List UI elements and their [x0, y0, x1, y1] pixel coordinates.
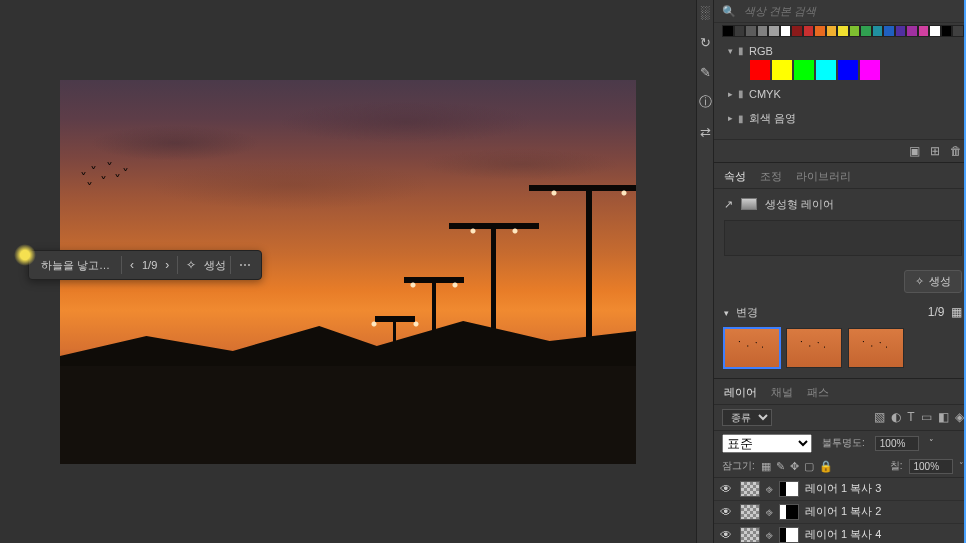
layer-filter-kind[interactable]: 종류 — [722, 409, 772, 426]
opacity-input[interactable] — [875, 436, 919, 451]
swatch-chip[interactable] — [750, 60, 770, 80]
swatch-chip[interactable] — [826, 25, 838, 37]
swatch-chip[interactable] — [772, 60, 792, 80]
swatch-chip[interactable] — [849, 25, 861, 37]
swatch-group-pastel[interactable]: ▸ ▮ 파스텔 — [714, 131, 966, 139]
prompt-input-area[interactable] — [724, 220, 962, 256]
next-variation-icon[interactable]: › — [161, 258, 173, 272]
swatch-chip[interactable] — [872, 25, 884, 37]
variation-thumb[interactable] — [724, 328, 780, 368]
adjust-icon[interactable]: ⇄ — [697, 124, 713, 140]
lock-artboard-icon[interactable]: ▢ — [804, 460, 814, 473]
sparkle-icon[interactable]: ✧ — [182, 258, 200, 272]
prev-variation-icon[interactable]: ‹ — [126, 258, 138, 272]
grid-view-icon[interactable]: ▦ — [951, 305, 962, 319]
brush-icon[interactable]: ✎ — [697, 64, 713, 80]
filter-type-icon[interactable]: T — [907, 410, 914, 424]
swatch-chip[interactable] — [837, 25, 849, 37]
variation-thumb[interactable] — [848, 328, 904, 368]
tab-paths[interactable]: 패스 — [807, 385, 829, 400]
blend-mode-select[interactable]: 표준 — [722, 434, 812, 453]
fill-input[interactable] — [909, 459, 953, 474]
filter-toggle-icon[interactable]: ◈ — [955, 410, 964, 424]
layer-name[interactable]: 레이어 1 복사 2 — [805, 504, 881, 519]
swatch-chip[interactable] — [768, 25, 780, 37]
history-icon[interactable]: ↻ — [697, 34, 713, 50]
tab-properties[interactable]: 속성 — [724, 169, 746, 184]
layer-item[interactable]: 👁⎆레이어 1 복사 4 — [714, 524, 966, 544]
variation-thumb[interactable] — [786, 328, 842, 368]
swatch-search-input[interactable] — [742, 4, 964, 18]
swatch-chip[interactable] — [816, 60, 836, 80]
opacity-caret-icon[interactable]: ˅ — [929, 438, 934, 448]
swatch-chip[interactable] — [745, 25, 757, 37]
swatch-group-gray[interactable]: ▸ ▮ 회색 음영 — [714, 105, 966, 131]
layer-thumbnail[interactable] — [740, 481, 760, 497]
layer-item[interactable]: 👁⎆레이어 1 복사 2 — [714, 501, 966, 524]
swatch-chip[interactable] — [838, 60, 858, 80]
layer-mask-thumbnail[interactable] — [779, 481, 799, 497]
generative-fill-bar[interactable]: 하늘을 낳고 ... ‹ 1/9 › ✧ 생성 ⋯ — [28, 250, 262, 280]
rgb-swatch-row[interactable] — [722, 60, 964, 80]
swatch-chip[interactable] — [780, 25, 792, 37]
swatch-chip[interactable] — [860, 25, 872, 37]
swatches-panel-icon[interactable]: ░ — [697, 4, 713, 20]
tab-adjust[interactable]: 조정 — [760, 169, 782, 184]
swatch-chip[interactable] — [918, 25, 930, 37]
filter-shape-icon[interactable]: ▭ — [921, 410, 932, 424]
layer-link-icon[interactable]: ⎆ — [766, 529, 773, 541]
layer-link-icon[interactable]: ⎆ — [766, 506, 773, 518]
pin-icon[interactable]: ↗ — [724, 198, 733, 211]
generate-button-label[interactable]: 생성 — [204, 258, 226, 273]
visibility-toggle-icon[interactable]: 👁 — [720, 528, 734, 542]
swatch-chip[interactable] — [791, 25, 803, 37]
info-icon[interactable]: ⓘ — [697, 94, 713, 110]
swatch-recent-row[interactable] — [714, 23, 966, 39]
swatch-chip[interactable] — [814, 25, 826, 37]
swatch-chip[interactable] — [952, 25, 964, 37]
new-swatch-icon[interactable]: ⊞ — [930, 144, 940, 158]
visibility-toggle-icon[interactable]: 👁 — [720, 505, 734, 519]
swatch-chip[interactable] — [722, 25, 734, 37]
layer-mask-thumbnail[interactable] — [779, 527, 799, 543]
swatch-chip[interactable] — [929, 25, 941, 37]
lock-pixels-icon[interactable]: ✎ — [776, 460, 785, 473]
swatch-chip[interactable] — [883, 25, 895, 37]
tab-channels[interactable]: 채널 — [771, 385, 793, 400]
swatch-chip[interactable] — [794, 60, 814, 80]
layer-thumbnail[interactable] — [740, 527, 760, 543]
layer-name[interactable]: 레이어 1 복사 4 — [805, 527, 881, 542]
trash-icon[interactable]: 🗑 — [950, 144, 962, 158]
swatch-chip[interactable] — [803, 25, 815, 37]
swatch-chip[interactable] — [734, 25, 746, 37]
swatch-group-cmyk[interactable]: ▸ ▮ CMYK — [714, 82, 966, 105]
layer-name[interactable]: 레이어 1 복사 3 — [805, 481, 881, 496]
swatch-chip[interactable] — [941, 25, 953, 37]
gen-prompt-text[interactable]: 하늘을 낳고 ... — [41, 258, 111, 273]
sparkle-icon: ✧ — [915, 275, 924, 288]
variation-thumbs — [724, 328, 962, 368]
filter-image-icon[interactable]: ▧ — [874, 410, 885, 424]
swatch-chip[interactable] — [895, 25, 907, 37]
swatch-group-rgb[interactable]: ▾ ▮ RGB — [714, 39, 966, 82]
divider — [121, 256, 122, 274]
tab-layers[interactable]: 레이어 — [724, 385, 757, 400]
layer-item[interactable]: 👁⎆레이어 1 복사 3 — [714, 478, 966, 501]
filter-adjust-icon[interactable]: ◐ — [891, 410, 901, 424]
new-group-icon[interactable]: ▣ — [909, 144, 920, 158]
visibility-toggle-icon[interactable]: 👁 — [720, 482, 734, 496]
layer-thumbnail[interactable] — [740, 504, 760, 520]
lock-icon[interactable]: 🔒 — [819, 460, 833, 473]
layer-link-icon[interactable]: ⎆ — [766, 483, 773, 495]
swatch-chip[interactable] — [757, 25, 769, 37]
layer-mask-thumbnail[interactable] — [779, 504, 799, 520]
swatch-chip[interactable] — [860, 60, 880, 80]
tab-library[interactable]: 라이브러리 — [796, 169, 851, 184]
swatch-chip[interactable] — [906, 25, 918, 37]
filter-smart-icon[interactable]: ◧ — [938, 410, 949, 424]
generate-button[interactable]: ✧ 생성 — [904, 270, 962, 293]
fill-caret-icon[interactable]: ˅ — [959, 461, 964, 471]
more-options-icon[interactable]: ⋯ — [235, 258, 255, 272]
lock-all-icon[interactable]: ▦ — [761, 460, 771, 473]
lock-position-icon[interactable]: ✥ — [790, 460, 799, 473]
